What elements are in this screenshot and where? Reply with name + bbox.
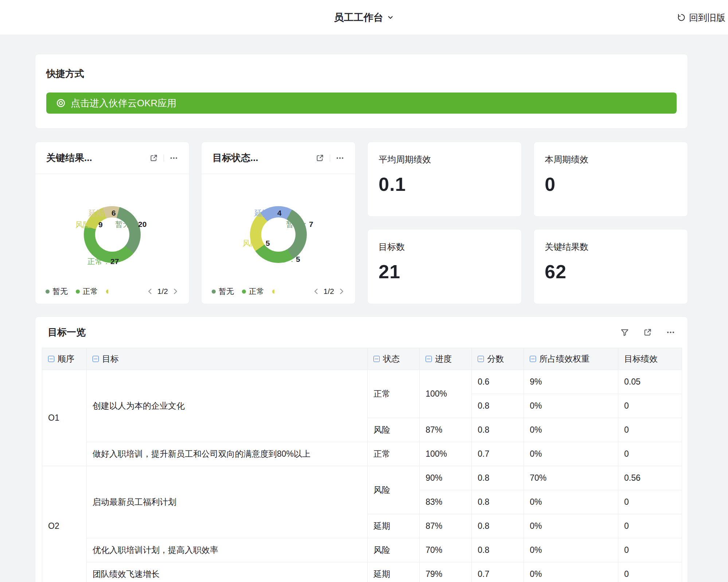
stat-card-avg-cycle: 平均周期绩效 0.1: [367, 142, 522, 217]
collapse-icon[interactable]: [93, 356, 99, 362]
legend-dot: [242, 290, 246, 294]
target-icon: [56, 98, 66, 108]
workspace-switcher[interactable]: 员工工作台: [334, 0, 394, 35]
status-cell: 延期: [368, 514, 420, 538]
pager-next-icon[interactable]: [172, 288, 179, 295]
perf-cell: 0: [618, 394, 682, 418]
chart-pager: 1/2: [313, 287, 345, 296]
column-header-status: 状态: [368, 348, 420, 370]
pager-text: 1/2: [157, 287, 168, 296]
collapse-icon[interactable]: [426, 356, 432, 362]
legend-item[interactable]: 暂无: [46, 286, 68, 296]
goals-overview-card: 目标一览 顺序 目标 状态: [35, 316, 688, 582]
legend-dot: [76, 290, 80, 294]
table-row: 优化入职培训计划，提高入职效率 风险 70% 0.8 0% 0: [42, 538, 682, 562]
chart-footer: 暂无 正常 风险 1/2: [201, 282, 355, 304]
weight-cell: 0%: [524, 394, 618, 418]
column-header-order: 顺序: [42, 348, 87, 370]
chevron-down-icon: [387, 14, 394, 21]
goal-cell: 启动最新员工福利计划: [87, 466, 368, 538]
goal-cell: 创建以人为本的企业文化: [87, 370, 368, 442]
legend-item[interactable]: 风险: [272, 286, 274, 296]
progress-cell: 79%: [420, 562, 472, 582]
stat-value: 0: [545, 173, 677, 195]
goal-cell: 做好入职培训，提升新员工和公司双向的满意度到80%以上: [87, 442, 368, 466]
more-icon[interactable]: [169, 154, 178, 162]
table-row: O1 创建以人为本的企业文化 正常 100% 0.6 9% 0.05: [42, 370, 682, 394]
filter-icon[interactable]: [620, 328, 629, 337]
more-icon[interactable]: [666, 328, 675, 337]
collapse-icon[interactable]: [48, 356, 54, 362]
stat-label: 本周期绩效: [545, 154, 677, 165]
shortcuts-title: 快捷方式: [46, 67, 677, 80]
chart-card-header: 关键结果...: [35, 142, 189, 174]
score-cell: 0.6: [472, 370, 524, 394]
legend-item[interactable]: 风险: [106, 286, 108, 296]
perf-cell: 0: [618, 490, 682, 514]
table-row: O2 启动最新员工福利计划 风险 90% 0.8 70% 0.56: [42, 466, 682, 490]
score-cell: 0.8: [472, 514, 524, 538]
pager-next-icon[interactable]: [338, 288, 345, 295]
pager-prev-icon[interactable]: [146, 288, 154, 295]
collapse-icon[interactable]: [373, 356, 380, 362]
goal-status-chart-card: 目标状态... 延期4 暂无7 正常5 风险5 暂无 正常: [201, 142, 356, 304]
status-cell: 风险: [368, 538, 420, 562]
score-cell: 0.7: [472, 562, 524, 582]
chart-title: 目标状态...: [212, 152, 316, 164]
stat-label: 平均周期绩效: [379, 154, 510, 165]
stat-value: 62: [545, 261, 677, 283]
stat-card-kr-count: 关键结果数 62: [533, 229, 688, 304]
top-bar: 员工工作台 回到旧版: [0, 0, 728, 35]
external-link-icon[interactable]: [149, 154, 158, 162]
weight-cell: 0%: [524, 514, 618, 538]
progress-cell: 70%: [420, 538, 472, 562]
chart-pager: 1/2: [146, 287, 179, 296]
legend-item[interactable]: 正常: [76, 286, 98, 296]
divider: [330, 154, 330, 162]
legend-dot: [106, 290, 108, 294]
order-cell: O2: [42, 466, 87, 582]
external-link-icon[interactable]: [643, 328, 652, 337]
table-row: 做好入职培训，提升新员工和公司双向的满意度到80%以上 正常 100% 0.7 …: [42, 442, 682, 466]
donut-chart: 延期6 暂无20 正常27 风险9: [35, 174, 189, 282]
pager-text: 1/2: [324, 287, 334, 296]
pager-prev-icon[interactable]: [313, 288, 320, 295]
shortcuts-card: 快捷方式 点击进入伙伴云OKR应用: [35, 54, 688, 129]
weight-cell: 0%: [524, 442, 618, 466]
stat-card-goal-count: 目标数 21: [367, 229, 522, 304]
collapse-icon[interactable]: [530, 356, 536, 362]
legend-dot: [272, 290, 274, 294]
score-cell: 0.7: [472, 442, 524, 466]
legend-item[interactable]: 暂无: [212, 286, 234, 296]
collapse-icon[interactable]: [478, 356, 484, 362]
column-header-weight: 所占绩效权重: [524, 348, 618, 370]
weight-cell: 70%: [524, 466, 618, 490]
key-results-chart-card: 关键结果... 延期6 暂无20 正常27 风险9 暂无 正常: [35, 142, 189, 304]
donut-chart: 延期4 暂无7 正常5 风险5: [201, 174, 355, 282]
stat-card-current-cycle: 本周期绩效 0: [533, 142, 688, 217]
back-to-old-version-link[interactable]: 回到旧版: [677, 0, 725, 35]
external-link-icon[interactable]: [316, 154, 324, 162]
okr-app-button[interactable]: 点击进入伙伴云OKR应用: [46, 93, 677, 114]
progress-cell: 90%: [420, 466, 472, 490]
goal-cell: 优化入职培训计划，提高入职效率: [87, 538, 368, 562]
progress-cell: 100%: [420, 370, 472, 418]
status-cell: 风险: [368, 418, 420, 442]
donut-label: 风险5: [243, 238, 270, 248]
goals-card-title: 目标一览: [48, 326, 606, 339]
stat-label: 关键结果数: [545, 241, 677, 253]
chart-legend: 暂无 正常 风险: [46, 286, 108, 296]
chart-card-header: 目标状态...: [201, 142, 355, 174]
more-icon[interactable]: [336, 154, 344, 162]
donut-label: 正常5: [273, 254, 300, 264]
progress-cell: 100%: [420, 442, 472, 466]
back-link-label: 回到旧版: [689, 12, 725, 24]
goals-table: 顺序 目标 状态 进度 分数 所占绩效权重 目标绩效 O1 创建以人为本的企业文…: [42, 348, 681, 582]
donut-label: 正常27: [87, 256, 119, 267]
goals-card-header: 目标一览: [35, 317, 688, 348]
legend-item[interactable]: 正常: [242, 286, 264, 296]
stat-value: 21: [379, 261, 510, 283]
donut-label: 延期6: [89, 208, 116, 218]
chart-footer: 暂无 正常 风险 1/2: [35, 282, 189, 304]
chart-legend: 暂无 正常 风险: [212, 286, 274, 296]
